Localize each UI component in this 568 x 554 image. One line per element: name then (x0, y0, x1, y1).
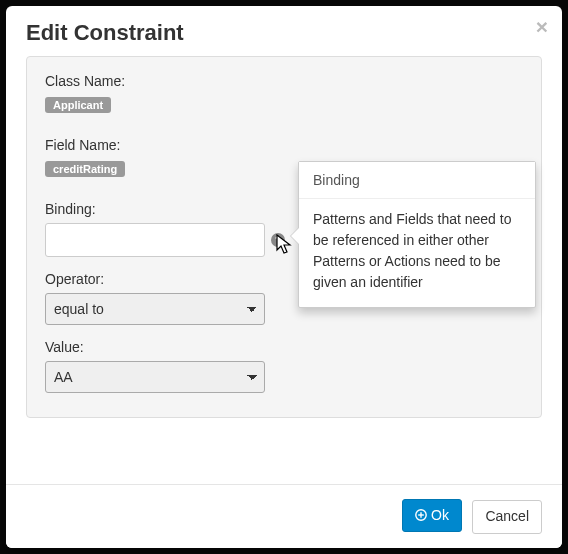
value-select[interactable]: AA (45, 361, 265, 393)
modal-title: Edit Constraint (26, 20, 542, 46)
ok-button[interactable]: Ok (402, 499, 462, 533)
field-name-label: Field Name: (45, 137, 523, 153)
help-icon[interactable]: ? (271, 233, 285, 247)
modal-header: Edit Constraint × (6, 6, 562, 56)
popover-body: Patterns and Fields that need to be refe… (299, 199, 535, 307)
operator-select[interactable]: equal to (45, 293, 265, 325)
binding-input[interactable] (45, 223, 265, 257)
binding-popover: Binding Patterns and Fields that need to… (298, 161, 536, 308)
field-name-tag: creditRating (45, 161, 125, 177)
class-name-tag: Applicant (45, 97, 111, 113)
value-label: Value: (45, 339, 523, 355)
cancel-button-label: Cancel (485, 507, 529, 527)
plus-circle-icon (415, 509, 427, 521)
close-icon[interactable]: × (536, 16, 548, 37)
value-group: Value: AA (45, 339, 523, 393)
popover-title: Binding (299, 162, 535, 199)
cancel-button[interactable]: Cancel (472, 500, 542, 534)
modal-body: Class Name: Applicant Field Name: credit… (6, 56, 562, 484)
ok-button-label: Ok (431, 506, 449, 526)
edit-constraint-modal: Edit Constraint × Class Name: Applicant … (6, 6, 562, 548)
class-name-group: Class Name: Applicant (45, 73, 523, 123)
class-name-label: Class Name: (45, 73, 523, 89)
modal-footer: Ok Cancel (6, 484, 562, 548)
